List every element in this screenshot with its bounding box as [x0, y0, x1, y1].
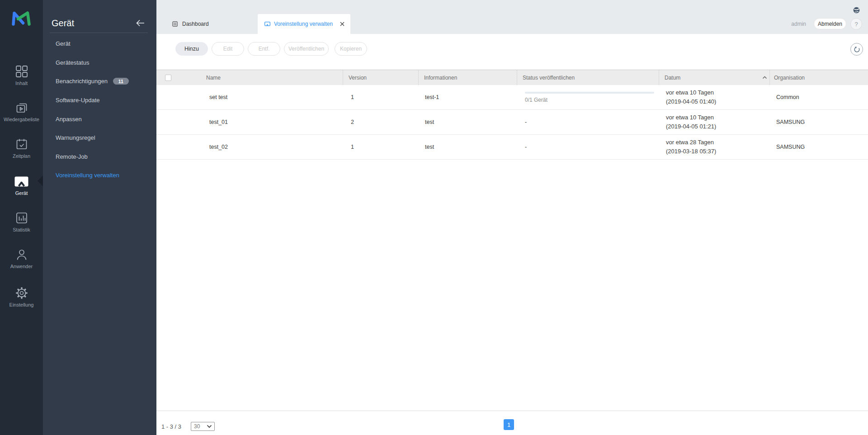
range-label: 1 - 3 / 3 — [161, 423, 181, 430]
toolbar-button-entf[interactable]: Entf. — [248, 42, 280, 56]
table-row[interactable]: test_012test-vor etwa 10 Tagen(2019-04-0… — [156, 110, 868, 135]
sidebar-collapse-arrow-icon[interactable] — [136, 19, 145, 28]
dashboard-icon — [172, 21, 178, 27]
sidebar-item-label: Voreinstellung verwalten — [56, 172, 119, 179]
toolbar-button-hinzu[interactable]: Hinzu — [175, 42, 208, 56]
cell-date-relative: vor etwa 28 Tagen — [666, 138, 714, 147]
toolbar: HinzuEditEntf.VeröffentlichenKopieren — [156, 34, 868, 70]
table-header: Name Version Informationen Status veröff… — [156, 70, 868, 85]
sidebar-item-anpassen[interactable]: Anpassen — [56, 109, 156, 128]
notification-count-badge: 11 — [113, 78, 129, 85]
page-button-1[interactable]: 1 — [504, 419, 514, 430]
toolbar-button-veroeffentlichen[interactable]: Veröffentlichen — [284, 42, 329, 56]
tab-active-label: Voreinstellung verwalten — [274, 21, 333, 27]
sidebar-item-geraetestatus[interactable]: Gerätestatus — [56, 53, 156, 72]
main-content: Dashboard Voreinstellung verwalten — [156, 0, 868, 435]
column-header-informationen[interactable]: Informationen — [418, 70, 517, 85]
tab-bar: Dashboard Voreinstellung verwalten — [156, 0, 868, 34]
chevron-down-icon — [207, 425, 212, 428]
grid-icon — [0, 65, 43, 78]
cell-name: test_01 — [209, 119, 228, 125]
rail-item-label: Wiedergabeliste — [0, 117, 43, 122]
sidebar-item-label: Anpassen — [56, 116, 82, 123]
column-header-version[interactable]: Version — [343, 70, 418, 85]
toolbar-button-edit[interactable]: Edit — [212, 42, 244, 56]
gear-icon — [0, 286, 43, 300]
refresh-button[interactable] — [850, 43, 863, 56]
tab-dashboard-label: Dashboard — [182, 21, 209, 27]
pagination-footer: 1 - 3 / 3 30 1 — [156, 411, 868, 435]
refresh-icon — [853, 46, 861, 53]
sidebar-item-label: Software-Update — [56, 97, 100, 104]
rail-item-anwender[interactable]: Anwender — [0, 248, 43, 269]
rail-item-label: Inhalt — [0, 80, 43, 86]
cell-name: set test — [209, 94, 227, 100]
app-logo[interactable] — [11, 11, 31, 28]
sidebar-item-software-update[interactable]: Software-Update — [56, 91, 156, 110]
cell-organisation: SAMSUNG — [776, 144, 805, 150]
sidebar-item-benachrichtigungen[interactable]: Benachrichtigungen11 — [56, 72, 156, 91]
sidebar-item-label: Warnungsregel — [56, 134, 95, 141]
rail-item-label: Einstellung — [0, 302, 43, 307]
cell-version: 2 — [351, 119, 354, 125]
column-header-datum[interactable]: Datum — [659, 70, 769, 85]
rail-item-wiedergabeliste[interactable]: Wiedergabeliste — [0, 101, 43, 122]
playlist-icon — [0, 101, 43, 114]
username: admin — [791, 21, 806, 27]
sidebar-item-label: Gerätestatus — [56, 59, 89, 66]
cell-status: - — [525, 144, 527, 150]
globe-icon[interactable] — [853, 7, 860, 15]
calendar-icon — [0, 137, 43, 151]
sidebar-item-label: Gerät — [56, 40, 71, 47]
sidebar: Gerät GerätGerätestatusBenachrichtigunge… — [43, 0, 156, 435]
logout-button[interactable]: Abmelden — [814, 18, 846, 29]
sidebar-item-label: Benachrichtigungen — [56, 78, 108, 85]
rail-item-label: Zeitplan — [0, 153, 43, 159]
cell-date-relative: vor etwa 10 Tagen — [666, 88, 714, 97]
sidebar-item-remote-job[interactable]: Remote-Job — [56, 147, 156, 166]
cell-date-absolute: (2019-03-18 05:37) — [666, 147, 716, 156]
cell-name: test_02 — [209, 144, 228, 150]
rail-item-label: Anwender — [0, 264, 43, 269]
cell-informationen: test — [425, 144, 434, 150]
close-icon[interactable] — [340, 22, 344, 26]
rail-item-statistik[interactable]: Statistik — [0, 211, 43, 232]
column-header-status[interactable]: Status veröffentlichen — [517, 70, 659, 85]
sidebar-item-voreinstellung-verwalten[interactable]: Voreinstellung verwalten — [56, 166, 156, 185]
sidebar-item-geraet[interactable]: Gerät — [56, 34, 156, 53]
icon-rail: InhaltWiedergabelisteZeitplanGerätStatis… — [0, 0, 43, 435]
publish-progress-bar — [525, 92, 654, 94]
sidebar-title: Gerät — [52, 18, 74, 28]
sidebar-divider — [50, 33, 148, 33]
cell-date-relative: vor etwa 10 Tagen — [666, 113, 714, 122]
tab-dashboard[interactable]: Dashboard — [172, 19, 209, 28]
monitor-icon — [0, 175, 43, 188]
cell-date-absolute: (2019-04-05 01:21) — [666, 122, 716, 131]
toolbar-button-kopieren[interactable]: Kopieren — [335, 42, 367, 56]
cell-informationen: test-1 — [425, 94, 439, 100]
rail-item-geraet[interactable]: Gerät — [0, 175, 43, 196]
rail-item-einstellung[interactable]: Einstellung — [0, 286, 43, 307]
cell-version: 1 — [351, 144, 354, 150]
cell-status: - — [525, 119, 527, 125]
table-row[interactable]: test_021test-vor etwa 28 Tagen(2019-03-1… — [156, 135, 868, 160]
rail-item-label: Statistik — [0, 227, 43, 232]
cell-status: 0/1 Gerät — [525, 97, 547, 103]
column-header-name[interactable]: Name — [199, 70, 343, 85]
rail-item-inhalt[interactable]: Inhalt — [0, 65, 43, 86]
page-size-select[interactable]: 30 — [191, 422, 215, 431]
cell-informationen: test — [425, 119, 434, 125]
active-rail-pointer — [38, 175, 43, 186]
sidebar-item-label: Remote-Job — [56, 153, 88, 160]
stats-icon — [0, 211, 43, 225]
column-header-organisation[interactable]: Organisation — [769, 70, 868, 85]
rail-item-zeitplan[interactable]: Zeitplan — [0, 137, 43, 159]
help-button[interactable]: ? — [850, 18, 862, 30]
cell-organisation: SAMSUNG — [776, 119, 805, 125]
sidebar-item-warnungsregel[interactable]: Warnungsregel — [56, 128, 156, 147]
select-all-checkbox[interactable] — [165, 75, 171, 81]
cell-version: 1 — [351, 94, 354, 100]
user-icon — [0, 248, 43, 261]
tab-voreinstellung-verwalten[interactable]: Voreinstellung verwalten — [258, 14, 350, 34]
table-row[interactable]: set test1test-10/1 Gerätvor etwa 10 Tage… — [156, 85, 868, 110]
